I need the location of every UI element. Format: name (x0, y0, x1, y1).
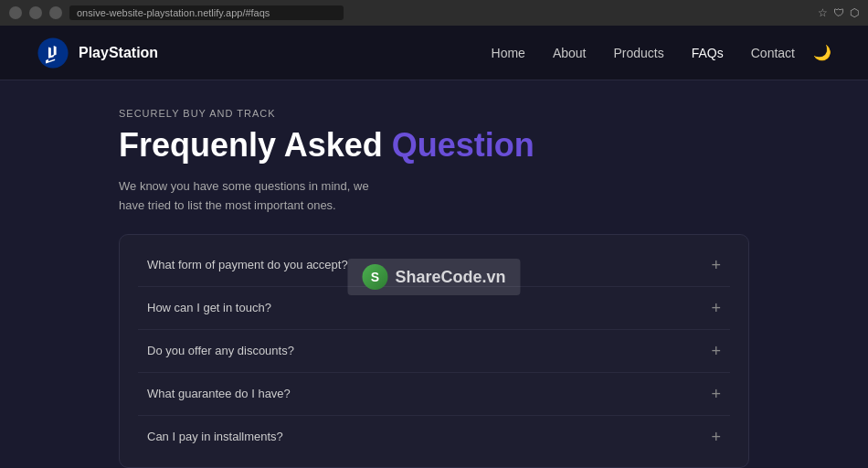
faq-item-4[interactable]: What guarantee do I have? + (138, 373, 730, 416)
playstation-logo-icon (37, 37, 69, 69)
shield-icon: 🛡 (833, 6, 844, 19)
faq-toggle-icon-5: + (711, 429, 721, 445)
faq-container: What form of payment do you accept? + Ho… (119, 234, 749, 468)
faq-item-5[interactable]: Can I pay in installments? + (138, 416, 730, 458)
faq-item-2[interactable]: How can I get in touch? + (138, 287, 730, 330)
nav-link-about[interactable]: About (553, 46, 587, 60)
star-icon: ☆ (818, 6, 828, 19)
logo-area: PlayStation (37, 37, 158, 69)
browser-toolbar-icons: ☆ 🛡 ⬡ (818, 6, 859, 19)
nav-item-faqs[interactable]: FAQs (692, 45, 724, 61)
nav-item-contact[interactable]: Contact (751, 45, 795, 61)
main-content: SECURELY BUY AND TRACK Frequenly Asked Q… (0, 80, 868, 468)
faq-question-4: What guarantee do I have? (147, 387, 291, 400)
faq-toggle-icon-4: + (711, 386, 721, 402)
nav-link-products[interactable]: Products (613, 46, 663, 60)
page-wrapper: S ShareCode.vn PlayStation Home About Pr… (0, 26, 868, 468)
faq-question-1: What form of payment do you accept? (147, 258, 348, 271)
title-text-highlight: Question (392, 126, 535, 164)
faq-toggle-icon-3: + (711, 343, 721, 359)
faq-item-1[interactable]: What form of payment do you accept? + (138, 244, 730, 287)
nav-item-home[interactable]: Home (492, 45, 525, 61)
nav-link-contact[interactable]: Contact (751, 46, 795, 60)
page-subtitle: SECURELY BUY AND TRACK (119, 108, 749, 119)
nav-links: Home About Products FAQs Contact (492, 45, 795, 61)
nav-link-home[interactable]: Home (492, 46, 525, 60)
address-bar[interactable]: onsive-website-playstation.netlify.app/#… (69, 5, 344, 20)
browser-control (9, 6, 22, 19)
title-text-plain: Frequenly Asked (119, 126, 392, 164)
browser-control (29, 6, 42, 19)
faq-question-2: How can I get in touch? (147, 301, 271, 314)
nav-item-products[interactable]: Products (613, 45, 663, 61)
page-title: Frequenly Asked Question (119, 126, 749, 165)
dark-mode-toggle[interactable]: 🌙 (813, 44, 831, 61)
extensions-icon: ⬡ (850, 6, 859, 19)
browser-control (49, 6, 62, 19)
faq-item-3[interactable]: Do you offer any discounts? + (138, 330, 730, 373)
svg-point-0 (37, 37, 68, 68)
logo-text: PlayStation (79, 45, 158, 61)
faq-question-3: Do you offer any discounts? (147, 344, 294, 357)
nav-item-about[interactable]: About (553, 45, 587, 61)
navbar: PlayStation Home About Products FAQs Con… (0, 26, 868, 80)
faq-toggle-icon-2: + (711, 300, 721, 316)
faq-question-5: Can I pay in installments? (147, 430, 283, 443)
browser-bar: onsive-website-playstation.netlify.app/#… (0, 0, 868, 26)
faq-toggle-icon-1: + (711, 257, 721, 273)
page-description: We know you have some questions in mind,… (119, 177, 375, 216)
nav-link-faqs[interactable]: FAQs (692, 46, 724, 60)
